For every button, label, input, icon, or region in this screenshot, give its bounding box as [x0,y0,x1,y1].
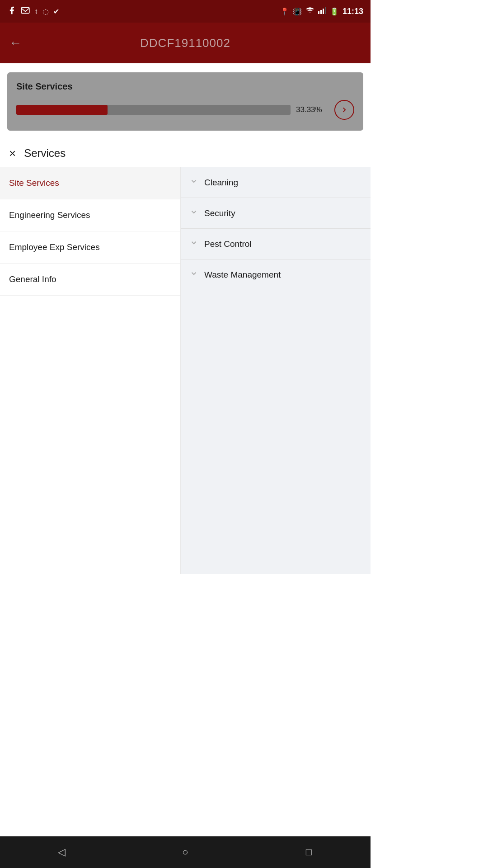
status-bar: ↕ ◌ ✔ 📍 📳 🔋 11:13 [0,0,371,23]
app-bar: ← DDCF19110002 [0,23,371,63]
pest-control-label: Pest Control [204,239,252,249]
waste-management-label: Waste Management [204,270,281,280]
progress-bar-background [16,105,291,115]
left-item-general-info[interactable]: General Info [0,264,180,296]
services-close-button[interactable]: × [9,147,16,159]
services-title: Services [24,147,66,160]
chevron-down-icon-security [190,208,198,218]
right-item-cleaning[interactable]: Cleaning [181,167,371,198]
vibrate-icon: 📳 [293,7,302,16]
left-item-engineering-services[interactable]: Engineering Services [0,199,180,231]
transfer-icon: ↕ [34,7,38,15]
svg-rect-1 [318,11,319,14]
progress-row: 33.33% [16,100,354,120]
back-button[interactable]: ← [9,36,22,50]
progress-arrow-button[interactable] [334,100,354,120]
spinner-icon: ◌ [42,7,49,16]
location-icon: 📍 [280,7,289,16]
right-menu: Cleaning Security Pest Control Waste Man… [181,167,371,574]
progress-bar-fill [16,105,108,115]
card-title: Site Services [16,81,354,92]
left-item-employee-exp-services[interactable]: Employee Exp Services [0,231,180,264]
facebook-icon [7,6,16,17]
left-menu: Site Services Engineering Services Emplo… [0,167,181,574]
chevron-down-icon-waste-management [190,269,198,280]
chevron-down-icon-cleaning [190,177,198,188]
chevron-down-icon-pest-control [190,239,198,249]
wifi-icon [305,7,314,16]
right-item-waste-management[interactable]: Waste Management [181,259,371,290]
battery-icon: 🔋 [330,7,339,16]
right-item-security[interactable]: Security [181,198,371,229]
status-bar-right: 📍 📳 🔋 11:13 [280,7,363,16]
status-bar-left: ↕ ◌ ✔ [7,6,59,17]
right-item-pest-control[interactable]: Pest Control [181,229,371,259]
split-container: Site Services Engineering Services Emplo… [0,167,371,574]
services-header: × Services [0,140,371,167]
app-bar-title: DDCF19110002 [140,36,230,50]
svg-rect-3 [323,9,324,14]
status-time: 11:13 [343,7,363,16]
svg-rect-4 [325,7,326,14]
check-icon: ✔ [53,7,59,16]
gmail-icon [21,7,30,16]
left-item-site-services[interactable]: Site Services [0,167,180,199]
cleaning-label: Cleaning [204,178,238,188]
svg-rect-0 [21,8,29,14]
security-label: Security [204,208,235,218]
site-services-card: Site Services 33.33% [7,72,363,131]
signal-icon [318,7,326,16]
svg-rect-2 [320,10,322,14]
progress-text: 33.33% [296,105,325,114]
